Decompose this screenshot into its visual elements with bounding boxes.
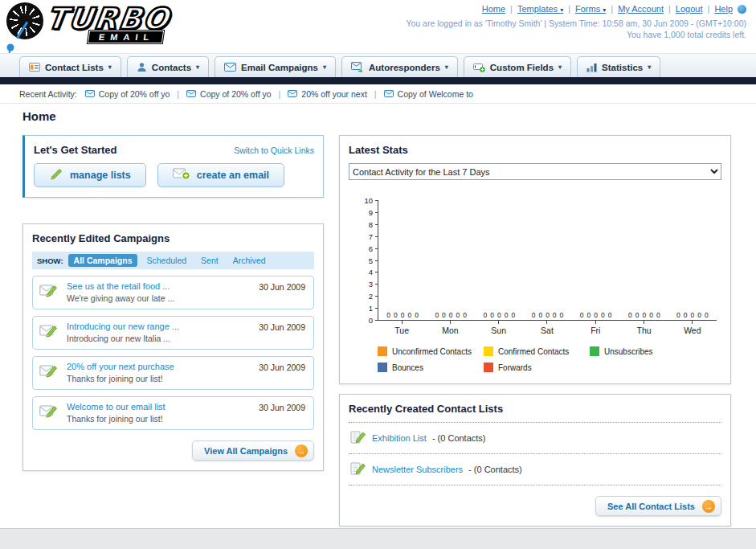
right-column: Latest Stats Contact Activity for the La…	[339, 135, 731, 526]
recent-activity-item-label: Copy of Welcome to	[398, 89, 473, 99]
manage-lists-button[interactable]: manage lists	[34, 163, 146, 187]
page-footer	[0, 528, 756, 549]
chart-x-tick-text: Sat	[541, 326, 554, 335]
top-link-help[interactable]: Help	[714, 4, 733, 14]
campaign-subtitle: Thanks for joining our list!	[67, 374, 174, 383]
pencil-icon	[49, 167, 63, 184]
help-icon[interactable]	[738, 5, 746, 14]
recent-activity-item[interactable]: 20% off your next	[288, 89, 367, 99]
chart-value-label: 0	[484, 311, 488, 319]
top-link-home[interactable]: Home	[482, 4, 505, 14]
chart-y-tick-label: 8	[357, 221, 373, 228]
chart-value-label: 0	[435, 311, 439, 319]
stats-activity-select[interactable]: Contact Activity for the Last 7 Days	[349, 163, 721, 180]
manage-lists-label: manage lists	[70, 170, 131, 181]
legend-label: Unsubscribes	[604, 347, 653, 356]
edit-list-icon	[350, 461, 366, 477]
latest-stats-panel: Latest Stats Contact Activity for the La…	[339, 135, 731, 384]
chart-x-tick-text: Thu	[637, 326, 652, 335]
campaign-row[interactable]: See us at the retail food ...We're givin…	[32, 276, 314, 309]
chart-value-label: 0	[532, 311, 536, 319]
chart-value-label: 0	[456, 311, 460, 319]
contact-list-row[interactable]: Exhibition List- (0 Contacts)	[349, 423, 721, 454]
chevron-down-icon: ▾	[445, 64, 448, 71]
top-link-templates[interactable]: Templates ▾	[517, 4, 563, 14]
left-column: Let's Get Started Switch to Quick Links …	[22, 135, 324, 471]
chart-x-tick-label: Sun	[475, 321, 523, 335]
legend-item: Forwards	[484, 363, 590, 372]
chart-y-tick	[375, 248, 378, 249]
chart-y-tick-label: 4	[357, 268, 373, 276]
chart-value-label: 0	[594, 311, 598, 319]
chart-value-label: 0	[497, 311, 501, 319]
chart-y-tick	[375, 284, 378, 285]
contact-list-link[interactable]: Exhibition List	[372, 433, 427, 443]
chart-value-group: 00000	[668, 311, 717, 319]
nav-tab-custom-fields[interactable]: Custom Fields▾	[464, 56, 571, 77]
nav-tab-email-campaigns[interactable]: Email Campaigns▾	[215, 56, 336, 77]
email-icon	[288, 89, 297, 99]
top-link-separator: |	[568, 4, 570, 14]
campaign-filter-sent[interactable]: Sent	[195, 254, 224, 267]
chart-x-tick	[692, 321, 693, 324]
create-email-label: create an email	[197, 170, 269, 181]
nav-tabs: Contact Lists▾Contacts▾Email Campaigns▾A…	[0, 53, 756, 77]
campaign-row[interactable]: Introducing our new range ...Introducing…	[32, 316, 314, 350]
chart-y-tick-label: 2	[357, 293, 373, 300]
recent-activity-item[interactable]: Copy of 20% off yo	[85, 89, 170, 99]
view-all-campaigns-label: View All Campaigns	[204, 446, 288, 456]
campaign-title-link[interactable]: 20% off your next purchase	[67, 362, 174, 371]
contact-list-link[interactable]: Newsletter Subscribers	[372, 465, 463, 474]
chart-x-tick-text: Fri	[590, 326, 600, 335]
chart-value-label: 0	[656, 311, 660, 319]
legend-label: Forwards	[498, 363, 532, 372]
credits-info: You have 1,000 total credits left.	[406, 30, 746, 39]
turbo-email-logo: TURBO EMAIL	[6, 2, 170, 43]
campaign-title-link[interactable]: Introducing our new range ...	[67, 322, 179, 331]
campaign-row[interactable]: Welcome to our email listThanks for join…	[32, 396, 314, 430]
chart-y-tick-label: 9	[357, 209, 373, 216]
chart-value-label: 0	[635, 311, 640, 319]
campaign-filter-scheduled[interactable]: Scheduled	[141, 254, 192, 267]
campaign-row[interactable]: 20% off your next purchaseThanks for joi…	[32, 356, 314, 390]
nav-tab-contact-lists[interactable]: Contact Lists▾	[19, 56, 121, 77]
top-links: Home|Templates ▾|Forms ▾|My Account|Logo…	[406, 4, 746, 14]
chart-value-label: 0	[407, 311, 411, 319]
top-link-forms[interactable]: Forms ▾	[575, 4, 606, 14]
chart-y-tick	[375, 308, 378, 309]
nav-tab-contacts[interactable]: Contacts▾	[127, 56, 209, 77]
chart-value-label: 0	[463, 311, 467, 319]
campaign-title-link[interactable]: See us at the retail food ...	[67, 281, 174, 291]
chart-value-label: 0	[628, 311, 632, 319]
campaign-filter-tabs: All CampaignsScheduledSentArchived	[68, 254, 272, 267]
campaign-filter-bar: SHOW: All CampaignsScheduledSentArchived	[32, 252, 314, 269]
top-link-logout[interactable]: Logout	[676, 4, 703, 14]
switch-quick-links-link[interactable]: Switch to Quick Links	[234, 145, 314, 155]
recent-activity-item[interactable]: Copy of 20% off yo	[186, 89, 272, 99]
chart-y-tick-label: 5	[357, 257, 373, 264]
contact-list-row[interactable]: Newsletter Subscribers- (0 Contacts)	[349, 454, 721, 485]
top-link-my-account[interactable]: My Account	[618, 4, 664, 14]
see-all-contact-lists-button[interactable]: See All Contact Lists →	[595, 496, 721, 516]
chart-value-label: 0	[449, 311, 453, 319]
chevron-down-icon: ▾	[648, 64, 651, 71]
campaign-date: 30 Jun 2009	[259, 282, 305, 292]
nav-tab-autoresponders[interactable]: Autoresponders▾	[341, 56, 458, 77]
campaign-filter-archived[interactable]: Archived	[227, 254, 272, 267]
statistics-icon	[586, 63, 597, 72]
recent-activity-item[interactable]: Copy of Welcome to	[384, 89, 473, 99]
chart-x-tick-text: Tue	[394, 326, 409, 335]
create-email-button[interactable]: create an email	[157, 163, 284, 187]
nav-tab-statistics[interactable]: Statistics▾	[577, 56, 660, 77]
show-label: SHOW:	[37, 256, 63, 265]
chart-x-tick	[595, 321, 596, 324]
campaign-title-link[interactable]: Welcome to our email list	[67, 402, 166, 412]
campaign-subtitle: We're giving away our late ...	[67, 293, 174, 303]
chevron-down-icon: ▾	[558, 64, 562, 71]
recent-activity-separator: |	[279, 89, 281, 99]
view-all-campaigns-button[interactable]: View All Campaigns →	[192, 440, 314, 461]
chart-value-label: 0	[538, 311, 542, 319]
campaign-filter-all-campaigns[interactable]: All Campaigns	[68, 254, 138, 267]
chart-x-tick	[546, 321, 547, 324]
chart-y-tick-label: 10	[357, 197, 373, 204]
